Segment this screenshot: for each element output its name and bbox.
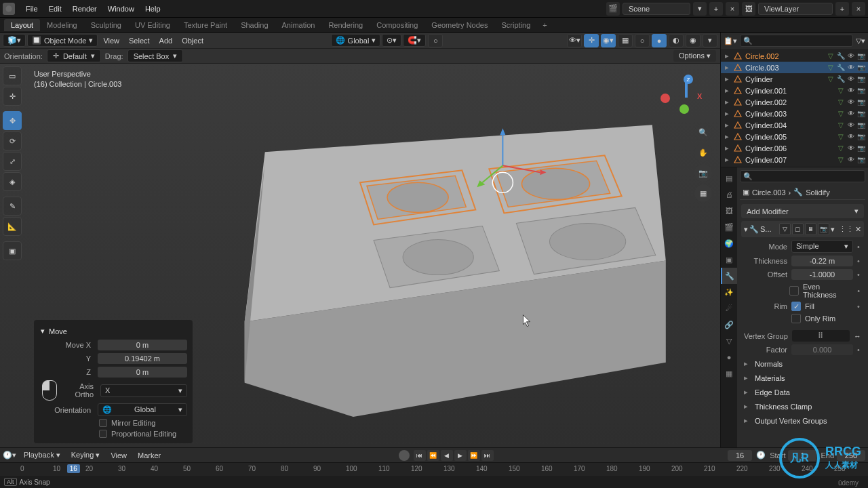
viewlayer-icon[interactable]: 🖼: [742, 2, 755, 16]
mesh-data-icon[interactable]: ▽: [836, 109, 845, 118]
menu-render[interactable]: Render: [67, 5, 102, 13]
mod-edit-icon[interactable]: ▽: [779, 223, 791, 235]
menu-select[interactable]: Select: [125, 37, 154, 45]
axis-ortho-select[interactable]: X▾: [100, 384, 187, 397]
proptab-particles-icon[interactable]: ✨: [721, 284, 737, 300]
timeline-marker[interactable]: Marker: [134, 451, 164, 460]
tab-texture[interactable]: Texture Paint: [177, 19, 234, 31]
outliner-item[interactable]: ▸Cylinder.002▽👁📷: [721, 96, 868, 108]
play-reverse-icon[interactable]: ◀: [441, 450, 453, 461]
collapse-icon[interactable]: ▾: [744, 225, 748, 234]
outliner-filter-icon[interactable]: ▽▾: [856, 37, 865, 45]
proptab-viewlayer-icon[interactable]: 🖼: [721, 203, 737, 219]
hide-viewport-icon[interactable]: 👁: [846, 98, 855, 106]
tab-scripting[interactable]: Scripting: [494, 19, 537, 31]
tab-sculpting[interactable]: Sculpting: [84, 19, 128, 31]
transform-orientation[interactable]: 🌐Global▾: [331, 34, 381, 47]
menu-file[interactable]: File: [20, 5, 43, 13]
mod-delete-icon[interactable]: ✕: [855, 225, 861, 234]
outliner-item[interactable]: ▸Cylinder.004▽👁📷: [721, 119, 868, 131]
expand-icon[interactable]: ▸: [724, 63, 730, 72]
thickness-field[interactable]: -0.22 m: [791, 256, 853, 266]
proptab-mesh-icon[interactable]: ▽: [721, 333, 737, 349]
only-rim-check[interactable]: [791, 314, 801, 323]
scene-name-field[interactable]: Scene: [623, 3, 690, 15]
section-thickness-clamp[interactable]: ▸Thickness Clamp: [740, 399, 865, 413]
mesh-data-icon[interactable]: ▽: [836, 86, 845, 95]
outliner-item[interactable]: ▸Cylinder.006▽👁📷: [721, 142, 868, 154]
timeline-playback[interactable]: Playback ▾: [20, 451, 64, 460]
mod-grip-icon[interactable]: ⋮⋮: [839, 225, 854, 234]
menu-object[interactable]: Object: [178, 37, 208, 45]
disable-render-icon[interactable]: 📷: [856, 132, 865, 141]
disable-render-icon[interactable]: 📷: [856, 86, 865, 95]
add-modifier-button[interactable]: Add Modifier▾: [741, 204, 864, 218]
section-materials[interactable]: ▸Materials: [740, 371, 865, 385]
menu-help[interactable]: Help: [140, 5, 166, 13]
mesh-data-icon[interactable]: ▽: [826, 52, 835, 60]
expand-icon[interactable]: ▸: [724, 75, 730, 83]
orientation-value[interactable]: ✛Default▾: [47, 49, 101, 62]
mesh-data-icon[interactable]: ▽: [836, 98, 845, 106]
move-z-field[interactable]: 0 m: [98, 367, 187, 378]
move-y-field[interactable]: 0.19402 m: [98, 353, 187, 364]
nav-gizmo[interactable]: Z X: [666, 77, 707, 118]
disable-render-icon[interactable]: 📷: [856, 63, 865, 72]
timeline-ruler[interactable]: 0101620304050607080901001101201301401501…: [0, 462, 868, 476]
blender-logo-icon[interactable]: [3, 3, 15, 15]
expand-icon[interactable]: ▸: [724, 121, 730, 129]
end-frame-field[interactable]: 250: [837, 450, 865, 461]
hide-viewport-icon[interactable]: 👁: [846, 63, 855, 72]
tab-shading[interactable]: Shading: [234, 19, 275, 31]
modifier-badge-icon[interactable]: 🔧: [836, 75, 845, 83]
gizmo-toggle-icon[interactable]: ✛: [584, 34, 599, 47]
mesh-data-icon[interactable]: ▽: [836, 144, 845, 152]
even-thickness-check[interactable]: [789, 286, 799, 296]
keyframe-prev-icon[interactable]: ⏪: [427, 450, 439, 461]
move-x-field[interactable]: 0 m: [98, 340, 187, 350]
outliner-type-icon[interactable]: 📋▾: [724, 37, 737, 45]
scene-browse-icon[interactable]: ▾: [693, 2, 707, 16]
disable-render-icon[interactable]: 📷: [856, 121, 865, 129]
section-normals[interactable]: ▸Normals: [740, 357, 865, 371]
mode-select[interactable]: 🔲Object Mode▾: [27, 34, 98, 47]
proptab-render-icon[interactable]: ▤: [721, 170, 737, 186]
proptab-constraints-icon[interactable]: 🔗: [721, 317, 737, 333]
keyframe-next-icon[interactable]: ⏩: [468, 450, 480, 461]
mod-cage-icon[interactable]: ▢: [792, 223, 804, 235]
pivot-select[interactable]: ⊙▾: [382, 34, 401, 47]
outliner-item[interactable]: ▸Circle.003▽🔧👁📷: [721, 62, 868, 73]
timeline-type-icon[interactable]: 🕐▾: [3, 451, 16, 460]
hide-viewport-icon[interactable]: 👁: [846, 109, 855, 118]
outliner-item[interactable]: ▸Cylinder.001▽👁📷: [721, 85, 868, 96]
proportional-edit-icon[interactable]: ○: [428, 34, 443, 47]
play-icon[interactable]: ▶: [454, 450, 467, 461]
factor-field[interactable]: 0.000: [791, 344, 853, 355]
modifier-badge-icon[interactable]: 🔧: [836, 63, 845, 72]
shade-matprev-icon[interactable]: ◐: [669, 34, 684, 47]
proptab-world-icon[interactable]: 🌍: [721, 235, 737, 251]
expand-icon[interactable]: ▸: [724, 109, 730, 118]
outliner-item[interactable]: ▸Circle.002▽🔧👁📷: [721, 50, 868, 62]
xray-icon[interactable]: ▦: [618, 34, 633, 47]
disable-render-icon[interactable]: 📷: [856, 98, 865, 106]
proptab-physics-icon[interactable]: ☄: [721, 300, 737, 317]
hide-viewport-icon[interactable]: 👁: [846, 121, 855, 129]
tab-uv[interactable]: UV Editing: [128, 19, 177, 31]
mesh-data-icon[interactable]: ▽: [836, 155, 845, 164]
shade-rendered-icon[interactable]: ◉: [686, 34, 701, 47]
modifier-name-field[interactable]: S...: [760, 225, 778, 233]
menu-window[interactable]: Window: [102, 5, 140, 13]
shade-solid-icon[interactable]: ●: [652, 34, 667, 47]
jump-end-icon[interactable]: ⏭: [481, 450, 494, 461]
scene-new-icon[interactable]: +: [709, 2, 723, 16]
jump-start-icon[interactable]: ⏮: [414, 450, 426, 461]
mode-select[interactable]: Simple▾: [791, 240, 853, 253]
viewlayer-new-icon[interactable]: +: [835, 2, 849, 16]
offset-field[interactable]: -1.0000: [791, 269, 853, 280]
scene-del-icon[interactable]: ×: [726, 2, 739, 16]
modifier-badge-icon[interactable]: 🔧: [836, 52, 845, 60]
scene-icon[interactable]: 🎬: [606, 2, 620, 16]
disable-render-icon[interactable]: 📷: [856, 75, 865, 83]
start-frame-field[interactable]: 1: [788, 450, 816, 461]
